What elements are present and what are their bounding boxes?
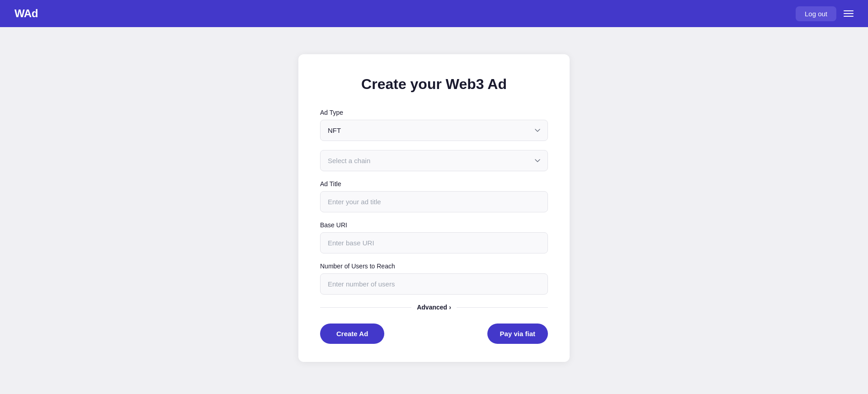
advanced-row: Advanced ›: [320, 304, 548, 311]
base-uri-input[interactable]: [320, 232, 548, 253]
form-card: Create your Web3 Ad Ad Type NFT Token De…: [298, 54, 570, 362]
pay-via-fiat-button[interactable]: Pay via fiat: [487, 324, 548, 344]
users-label: Number of Users to Reach: [320, 263, 548, 270]
advanced-link[interactable]: Advanced ›: [417, 304, 451, 311]
ad-title-label: Ad Title: [320, 180, 548, 188]
users-input[interactable]: [320, 273, 548, 295]
menu-icon[interactable]: [844, 10, 854, 17]
users-group: Number of Users to Reach: [320, 263, 548, 295]
menu-line-1: [844, 10, 854, 11]
create-ad-button[interactable]: Create Ad: [320, 324, 384, 344]
advanced-label: Advanced: [417, 304, 447, 311]
header: WAd Log out: [0, 0, 868, 27]
header-right: Log out: [796, 6, 854, 21]
advanced-line-left: [320, 307, 411, 308]
ad-type-select[interactable]: NFT Token DeFi DAO: [320, 120, 548, 141]
base-uri-label: Base URI: [320, 221, 548, 229]
logo: WAd: [14, 7, 38, 20]
chevron-right-icon: ›: [449, 304, 451, 311]
ad-title-group: Ad Title: [320, 180, 548, 212]
main-content: Create your Web3 Ad Ad Type NFT Token De…: [0, 27, 868, 394]
page-title: Create your Web3 Ad: [320, 76, 548, 93]
chain-select[interactable]: Select a chain Ethereum Polygon Solana B…: [320, 150, 548, 171]
ad-title-input[interactable]: [320, 191, 548, 212]
menu-line-3: [844, 16, 854, 17]
chain-group: Select a chain Ethereum Polygon Solana B…: [320, 150, 548, 171]
advanced-line-right: [457, 307, 548, 308]
base-uri-group: Base URI: [320, 221, 548, 253]
ad-type-label: Ad Type: [320, 109, 548, 116]
ad-type-group: Ad Type NFT Token DeFi DAO: [320, 109, 548, 141]
logout-button[interactable]: Log out: [796, 6, 836, 21]
buttons-row: Create Ad Pay via fiat: [320, 324, 548, 344]
menu-line-2: [844, 13, 854, 14]
